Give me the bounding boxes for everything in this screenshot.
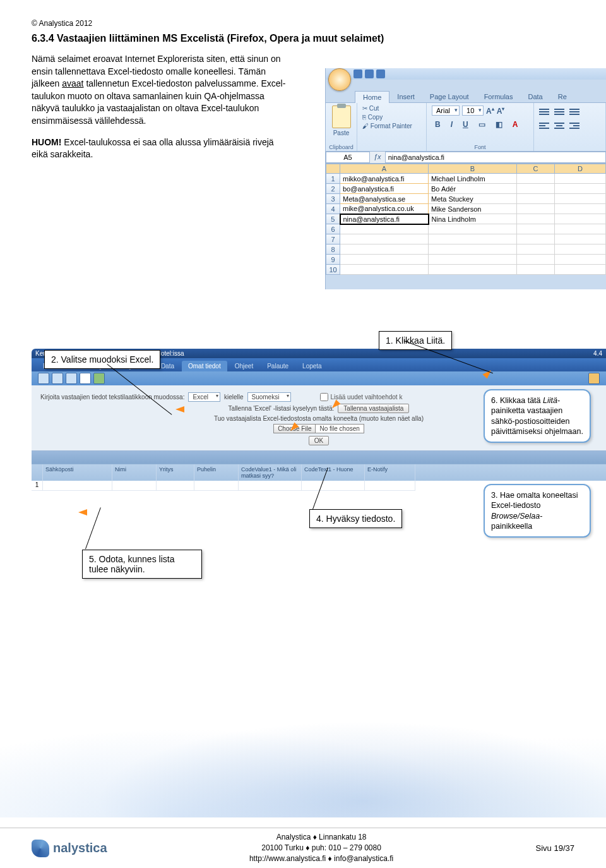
cell[interactable]: Nina Lindholm (429, 214, 517, 224)
cell[interactable] (340, 265, 429, 275)
cell[interactable] (555, 194, 606, 204)
cell[interactable] (555, 204, 606, 214)
format-select[interactable]: Excel (188, 392, 220, 402)
file-chooser[interactable]: Choose File No file chosen (273, 424, 364, 433)
cell[interactable] (340, 234, 429, 244)
tab-formulas[interactable]: Formulas (477, 91, 521, 103)
ok-button[interactable]: OK (309, 436, 329, 445)
qa-toolbar[interactable] (32, 371, 606, 385)
font-color-icon[interactable]: A (509, 118, 521, 131)
cell[interactable] (517, 174, 555, 184)
cell[interactable]: Michael Lindholm (429, 174, 517, 184)
border-button-icon[interactable]: ▭ (475, 118, 489, 131)
paste-icon[interactable] (332, 105, 351, 128)
quick-access-toolbar[interactable] (354, 69, 385, 78)
cell[interactable] (429, 234, 517, 244)
cell[interactable] (429, 244, 517, 255)
bold-button[interactable]: B (432, 118, 444, 131)
cell[interactable] (340, 255, 429, 265)
row-header[interactable]: 8 (326, 244, 340, 255)
cell[interactable] (429, 224, 517, 234)
office-button-icon[interactable] (328, 68, 351, 91)
col-header-d[interactable]: D (555, 164, 606, 174)
align-center-icon[interactable] (553, 121, 566, 131)
cell[interactable] (555, 244, 606, 255)
row-header[interactable]: 7 (326, 234, 340, 244)
cell[interactable] (555, 184, 606, 194)
shrink-font-icon[interactable]: A▾ (497, 106, 505, 116)
cell[interactable]: mike@analystica.co.uk (340, 204, 429, 214)
cell[interactable]: mikko@analystica.fi (340, 174, 429, 184)
cell[interactable] (429, 265, 517, 275)
cell[interactable] (517, 194, 555, 204)
cell[interactable]: Mike Sanderson (429, 204, 517, 214)
cell[interactable] (517, 255, 555, 265)
cell[interactable]: Meta@analystica.se (340, 194, 429, 204)
cell[interactable] (517, 244, 555, 255)
qa-tab-5[interactable]: Palaute (261, 361, 295, 371)
language-select[interactable]: Suomeksi (247, 392, 292, 402)
cell[interactable] (555, 255, 606, 265)
cell[interactable] (517, 184, 555, 194)
qa-tool-icon[interactable] (93, 373, 105, 384)
grow-font-icon[interactable]: A▴ (486, 106, 494, 116)
col-header-a[interactable]: A (340, 164, 429, 174)
col-header-b[interactable]: B (429, 164, 517, 174)
cell[interactable] (340, 244, 429, 255)
qa-tool-icon[interactable] (66, 373, 77, 384)
fx-icon[interactable]: ƒx (370, 152, 385, 163)
align-middle-icon[interactable] (553, 107, 566, 117)
select-all-corner[interactable] (326, 164, 340, 174)
align-top-icon[interactable] (538, 107, 550, 117)
qa-tab-6[interactable]: Lopeta (296, 361, 328, 371)
cell[interactable] (429, 255, 517, 265)
cell[interactable] (555, 265, 606, 275)
align-left-icon[interactable] (538, 121, 550, 131)
cell[interactable] (555, 174, 606, 184)
cell[interactable] (517, 224, 555, 234)
copy-item[interactable]: Copy (362, 113, 422, 122)
add-options-checkbox[interactable]: Lisää uudet vaihtoehdot k (320, 393, 402, 401)
cell[interactable] (555, 234, 606, 244)
row-header[interactable]: 10 (326, 265, 340, 275)
cell[interactable] (517, 234, 555, 244)
qa-liita-icon[interactable] (588, 373, 600, 384)
cell[interactable]: Meta Stuckey (429, 194, 517, 204)
checkbox-input[interactable] (320, 393, 328, 401)
cell[interactable] (555, 224, 606, 234)
cell[interactable]: nina@analystica.fi (340, 214, 429, 224)
row-header[interactable]: 5 (326, 214, 340, 224)
align-right-icon[interactable] (568, 121, 581, 131)
row-header[interactable]: 2 (326, 184, 340, 194)
save-list-button[interactable]: Tallenna vastaajalista (338, 404, 409, 413)
tab-home[interactable]: Home (355, 91, 389, 103)
qa-tool-icon[interactable] (38, 373, 49, 384)
cell[interactable] (517, 214, 555, 224)
row-header[interactable]: 9 (326, 255, 340, 265)
tab-insert[interactable]: Insert (389, 91, 422, 103)
qa-tab-3[interactable]: Omat tiedot (182, 361, 227, 371)
tab-more[interactable]: Re (550, 91, 574, 103)
qa-tool-icon[interactable] (80, 373, 91, 384)
name-box[interactable]: A5 (326, 152, 370, 163)
row-header[interactable]: 6 (326, 224, 340, 234)
tab-page-layout[interactable]: Page Layout (422, 91, 477, 103)
cell[interactable] (340, 224, 429, 234)
cell[interactable]: Bo Adér (429, 184, 517, 194)
row-header[interactable]: 1 (326, 174, 340, 184)
tab-data[interactable]: Data (520, 91, 550, 103)
font-name-select[interactable]: Arial (432, 105, 460, 116)
underline-button[interactable]: U (460, 118, 472, 131)
cell[interactable] (555, 214, 606, 224)
cut-item[interactable]: Cut (362, 104, 422, 113)
align-bottom-icon[interactable] (568, 107, 581, 117)
row-header[interactable]: 4 (326, 204, 340, 214)
italic-button[interactable]: I (448, 118, 456, 131)
spreadsheet[interactable]: A B C D 1mikko@analystica.fiMichael Lind… (326, 164, 606, 275)
fill-color-icon[interactable]: ◧ (492, 118, 506, 131)
font-size-select[interactable]: 10 (462, 105, 484, 116)
format-painter-item[interactable]: Format Painter (362, 122, 422, 131)
row-header[interactable]: 3 (326, 194, 340, 204)
cell[interactable] (517, 204, 555, 214)
cell[interactable]: bo@analystica.fi (340, 184, 429, 194)
